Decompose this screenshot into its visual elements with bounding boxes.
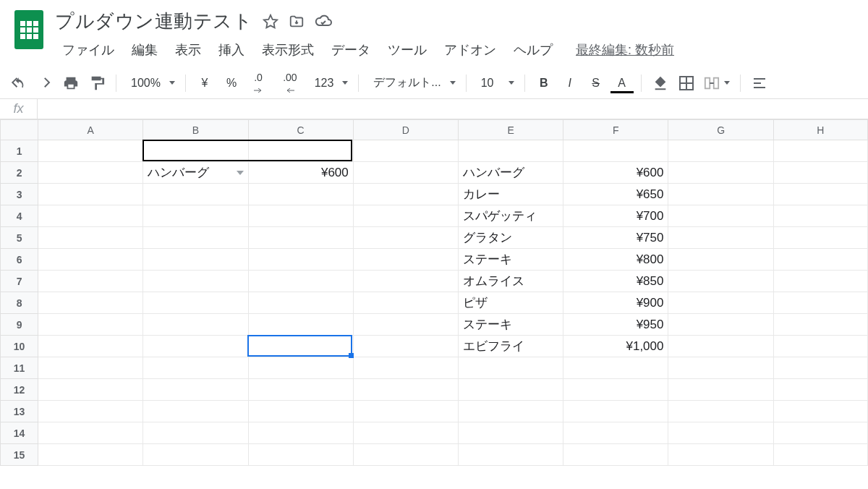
cell-E9[interactable]: ステーキ bbox=[459, 314, 563, 336]
text-color-button[interactable]: A bbox=[610, 72, 634, 95]
row-header[interactable]: 15 bbox=[1, 444, 38, 466]
cell-C15[interactable] bbox=[248, 444, 353, 466]
increase-decimal-button[interactable]: .00 bbox=[276, 72, 304, 95]
cell-C10[interactable] bbox=[248, 336, 353, 357]
bold-button[interactable]: B bbox=[532, 72, 556, 95]
col-header[interactable]: B bbox=[143, 120, 248, 140]
cell-E8[interactable]: ピザ bbox=[459, 292, 563, 314]
cell-D2[interactable] bbox=[353, 162, 458, 184]
cell-E13[interactable] bbox=[459, 401, 563, 422]
col-header[interactable]: C bbox=[248, 120, 353, 140]
cell-H10[interactable] bbox=[773, 336, 867, 357]
cell-G1[interactable] bbox=[668, 140, 773, 162]
cell-G10[interactable] bbox=[668, 336, 773, 357]
cell-A7[interactable] bbox=[38, 271, 143, 292]
menu-help[interactable]: ヘルプ bbox=[506, 38, 560, 61]
cell-A8[interactable] bbox=[38, 292, 143, 314]
cell-C14[interactable] bbox=[248, 422, 353, 444]
menu-tools[interactable]: ツール bbox=[380, 38, 434, 61]
cell-C6[interactable] bbox=[248, 249, 353, 271]
dropdown-arrow-icon[interactable] bbox=[237, 171, 244, 175]
cell-C7[interactable] bbox=[248, 271, 353, 292]
cell-D14[interactable] bbox=[353, 422, 458, 444]
cell-C8[interactable] bbox=[248, 292, 353, 314]
italic-button[interactable]: I bbox=[558, 72, 582, 95]
row-header[interactable]: 14 bbox=[1, 422, 38, 444]
cell-D8[interactable] bbox=[353, 292, 458, 314]
row-header[interactable]: 13 bbox=[1, 401, 38, 422]
cell-F6[interactable]: ¥800 bbox=[563, 249, 668, 271]
cell-E6[interactable]: ステーキ bbox=[459, 249, 563, 271]
col-header[interactable]: G bbox=[668, 120, 773, 140]
cell-E12[interactable] bbox=[459, 379, 563, 401]
cell-G9[interactable] bbox=[668, 314, 773, 336]
cell-B13[interactable] bbox=[143, 401, 248, 422]
cell-D12[interactable] bbox=[353, 379, 458, 401]
cell-F7[interactable]: ¥850 bbox=[563, 271, 668, 292]
cell-F12[interactable] bbox=[563, 379, 668, 401]
cell-B1[interactable] bbox=[143, 140, 248, 162]
cell-H5[interactable] bbox=[773, 227, 867, 249]
star-icon[interactable] bbox=[263, 14, 278, 30]
borders-button[interactable] bbox=[675, 72, 698, 95]
cell-F8[interactable]: ¥900 bbox=[563, 292, 668, 314]
cell-F10[interactable]: ¥1,000 bbox=[563, 336, 668, 357]
cell-H6[interactable] bbox=[773, 249, 867, 271]
cell-B11[interactable] bbox=[143, 357, 248, 379]
cell-F15[interactable] bbox=[563, 444, 668, 466]
undo-button[interactable] bbox=[7, 72, 30, 95]
cell-B3[interactable] bbox=[143, 184, 248, 205]
zoom-dropdown[interactable]: 100% bbox=[124, 72, 178, 95]
paint-format-button[interactable] bbox=[85, 72, 109, 95]
cell-D6[interactable] bbox=[353, 249, 458, 271]
cell-A1[interactable] bbox=[38, 140, 143, 162]
cell-B8[interactable] bbox=[143, 292, 248, 314]
col-header[interactable]: F bbox=[563, 120, 668, 140]
cell-F13[interactable] bbox=[563, 401, 668, 422]
cell-A12[interactable] bbox=[38, 379, 143, 401]
cell-C3[interactable] bbox=[248, 184, 353, 205]
cell-H8[interactable] bbox=[773, 292, 867, 314]
row-header[interactable]: 8 bbox=[1, 292, 38, 314]
cell-G15[interactable] bbox=[668, 444, 773, 466]
cell-H11[interactable] bbox=[773, 357, 867, 379]
cell-F11[interactable] bbox=[563, 357, 668, 379]
cell-A2[interactable] bbox=[38, 162, 143, 184]
cell-H9[interactable] bbox=[773, 314, 867, 336]
col-header[interactable]: D bbox=[353, 120, 458, 140]
font-size-dropdown[interactable]: 10 bbox=[474, 72, 517, 95]
cell-D15[interactable] bbox=[353, 444, 458, 466]
cell-H4[interactable] bbox=[773, 205, 867, 227]
cell-B4[interactable] bbox=[143, 205, 248, 227]
cell-E3[interactable]: カレー bbox=[459, 184, 563, 205]
row-header[interactable]: 1 bbox=[1, 140, 38, 162]
cell-B9[interactable] bbox=[143, 314, 248, 336]
cell-A9[interactable] bbox=[38, 314, 143, 336]
cell-A11[interactable] bbox=[38, 357, 143, 379]
cell-C2[interactable]: ¥600 bbox=[248, 162, 353, 184]
cell-G5[interactable] bbox=[668, 227, 773, 249]
row-header[interactable]: 2 bbox=[1, 162, 38, 184]
horizontal-align-button[interactable] bbox=[748, 72, 771, 95]
cell-E10[interactable]: エビフライ bbox=[459, 336, 563, 357]
cell-F3[interactable]: ¥650 bbox=[563, 184, 668, 205]
fill-color-button[interactable] bbox=[649, 72, 672, 95]
cell-G6[interactable] bbox=[668, 249, 773, 271]
cell-E4[interactable]: スパゲッティ bbox=[459, 205, 563, 227]
cell-C12[interactable] bbox=[248, 379, 353, 401]
cell-D1[interactable] bbox=[353, 140, 458, 162]
cell-C11[interactable] bbox=[248, 357, 353, 379]
cell-C4[interactable] bbox=[248, 205, 353, 227]
cell-B2[interactable]: ハンバーグ bbox=[143, 162, 248, 184]
cell-B12[interactable] bbox=[143, 379, 248, 401]
cell-D7[interactable] bbox=[353, 271, 458, 292]
cell-A4[interactable] bbox=[38, 205, 143, 227]
merge-cells-button[interactable] bbox=[701, 72, 733, 95]
col-header[interactable]: E bbox=[459, 120, 563, 140]
cell-D4[interactable] bbox=[353, 205, 458, 227]
row-header[interactable]: 7 bbox=[1, 271, 38, 292]
cell-H14[interactable] bbox=[773, 422, 867, 444]
cell-F1[interactable] bbox=[563, 140, 668, 162]
row-header[interactable]: 4 bbox=[1, 205, 38, 227]
cell-E5[interactable]: グラタン bbox=[459, 227, 563, 249]
